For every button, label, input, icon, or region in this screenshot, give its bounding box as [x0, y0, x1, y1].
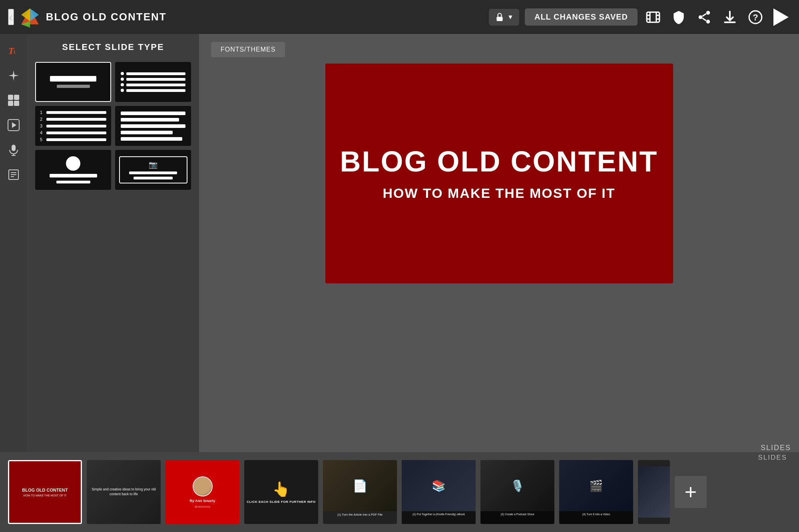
slide-thumbnail-2[interactable]: Simple and creative ideas to bring your …: [87, 460, 161, 524]
layout-icon: [8, 94, 20, 106]
thumb-4-text: CLICK EACH SLIDE FOR FURTHER INFO: [247, 500, 316, 504]
svg-rect-25: [14, 101, 19, 106]
main-area: T t: [0, 34, 799, 452]
thumb-3-name: By Ann Smarty: [189, 499, 215, 503]
svg-rect-28: [12, 145, 16, 151]
thumb-4-hand-icon: 👆: [272, 481, 290, 498]
slide-thumbnail-8[interactable]: 🎬 (4) Turn It into a Video: [559, 460, 633, 524]
download-icon: [722, 10, 737, 25]
thumb-1-title: BLOG OLD CONTENT: [22, 488, 68, 492]
editor-area: FONTS/THEMES BLOG OLD CONTENT HOW TO MAK…: [199, 34, 799, 452]
svg-marker-21: [8, 70, 19, 81]
film-icon: [646, 10, 661, 25]
thumb-3-face: [193, 477, 212, 496]
thumb-6-image: 📚: [402, 460, 476, 511]
svg-rect-5: [647, 12, 660, 22]
add-slide-icon: +: [685, 482, 697, 502]
shield-button[interactable]: [669, 7, 689, 27]
logo-icon: [20, 7, 40, 28]
thumb-9-image: [638, 466, 670, 518]
thumb-1-sub: HOW TO MAKE THE MOST OF IT: [24, 494, 67, 497]
lock-button[interactable]: ▼: [489, 9, 519, 26]
sidebar-icon-audio[interactable]: [3, 139, 24, 160]
thumb-6-label: (2) Put Together a (Kindle-Friendly) eBo…: [402, 511, 476, 524]
svg-rect-23: [14, 95, 19, 100]
shield-icon: [671, 10, 686, 25]
sidebar-icons: T t: [0, 34, 27, 452]
back-button[interactable]: ‹: [8, 9, 14, 25]
slide-type-lines[interactable]: [115, 106, 191, 146]
thumb-7-label: (3) Create a Podcast Show: [480, 511, 554, 524]
film-button[interactable]: [643, 7, 663, 27]
notes-icon: [8, 169, 20, 181]
sidebar-icon-notes[interactable]: [3, 164, 24, 185]
slide-type-grid: 1 2 3 4 5: [35, 62, 191, 190]
thumb-7-image: 🎙️: [480, 460, 554, 511]
play-triangle-icon: [773, 8, 789, 26]
fonts-themes-button[interactable]: FONTS/THEMES: [211, 42, 285, 57]
slide-thumbnail-9[interactable]: [638, 460, 670, 524]
slide-canvas[interactable]: BLOG OLD CONTENT HOW TO MAKE THE MOST OF…: [325, 64, 673, 283]
slide-type-numbered[interactable]: 1 2 3 4 5: [35, 106, 111, 146]
slide-main-title: BLOG OLD CONTENT: [340, 146, 658, 177]
slide-thumbnail-5[interactable]: 📄 (1) Turn the Article into a PDF File: [323, 460, 397, 524]
thumb-8-image: 🎬: [559, 460, 633, 511]
slides-label-row: SLIDES: [761, 444, 791, 452]
sidebar-icon-text[interactable]: T t: [3, 40, 24, 61]
slide-type-panel: SELECT SLIDE TYPE: [27, 34, 199, 452]
sidebar-icon-layout[interactable]: [3, 90, 24, 111]
svg-point-14: [706, 20, 710, 23]
all-changes-saved-label: ALL CHANGES SAVED: [525, 8, 638, 26]
slide-type-panel-title: SELECT SLIDE TYPE: [35, 42, 191, 52]
share-icon: [697, 10, 712, 25]
slide-type-image[interactable]: 📷: [115, 150, 191, 190]
svg-text:t: t: [14, 48, 16, 56]
microphone-icon: [8, 144, 20, 156]
sparkle-icon: [8, 70, 20, 82]
text-format-icon: T t: [8, 45, 20, 57]
svg-point-13: [699, 15, 703, 19]
top-bar-right: ▼ ALL CHANGES SAVED: [489, 6, 791, 28]
svg-text:?: ?: [753, 12, 758, 22]
bottom-slides-strip: SLIDES BLOG OLD CONTENT HOW TO MAKE THE …: [0, 452, 799, 532]
svg-marker-27: [12, 122, 16, 128]
thumb-3-handle: @seosmarty: [195, 505, 210, 508]
thumb-3-avatar: [193, 476, 213, 496]
slide-thumbnail-4[interactable]: 👆 CLICK EACH SLIDE FOR FURTHER INFO: [244, 460, 318, 524]
help-button[interactable]: ?: [745, 7, 765, 27]
sidebar-icon-video[interactable]: [3, 115, 24, 135]
svg-rect-24: [8, 101, 13, 106]
play-button[interactable]: [771, 6, 791, 28]
thumb-5-image: 📄: [323, 460, 397, 511]
top-bar-left: ‹ BLOG OLD CONTENT: [8, 7, 482, 28]
thumb-8-label: (4) Turn It into a Video: [559, 511, 633, 524]
slide-thumbnail-7[interactable]: 🎙️ (3) Create a Podcast Show: [480, 460, 554, 524]
lock-icon: [494, 12, 505, 22]
title-sub-preview: [57, 85, 90, 88]
sidebar-icon-image[interactable]: [3, 65, 24, 86]
svg-point-12: [706, 11, 710, 15]
add-slide-button[interactable]: +: [675, 476, 707, 508]
slide-sub-title: HOW TO MAKE THE MOST OF IT: [383, 185, 615, 201]
top-bar: ‹ BLOG OLD CONTENT ▼ ALL CHANGES SAVED: [0, 0, 799, 34]
thumb-5-label: (1) Turn the Article into a PDF File: [323, 511, 397, 524]
title-bar-preview: [50, 76, 96, 82]
help-icon: ?: [748, 10, 763, 25]
download-button[interactable]: [720, 7, 740, 27]
slide-thumbnail-1[interactable]: BLOG OLD CONTENT HOW TO MAKE THE MOST OF…: [8, 460, 82, 524]
slide-type-avatar[interactable]: [35, 150, 111, 190]
svg-line-15: [702, 14, 706, 16]
slide-type-title[interactable]: [35, 62, 111, 102]
slides-label: SLIDES: [758, 452, 787, 462]
svg-line-16: [702, 18, 706, 20]
share-button[interactable]: [694, 7, 714, 27]
svg-rect-22: [8, 95, 13, 100]
slide-type-bullets[interactable]: [115, 62, 191, 102]
slide-thumbnail-3[interactable]: By Ann Smarty @seosmarty: [165, 460, 239, 524]
video-play-icon: [8, 119, 20, 131]
svg-rect-4: [497, 16, 503, 21]
slide-thumbnail-6[interactable]: 📚 (2) Put Together a (Kindle-Friendly) e…: [402, 460, 476, 524]
thumb-2-text: Simple and creative ideas to bring your …: [90, 487, 157, 497]
app-title: BLOG OLD CONTENT: [46, 11, 167, 23]
